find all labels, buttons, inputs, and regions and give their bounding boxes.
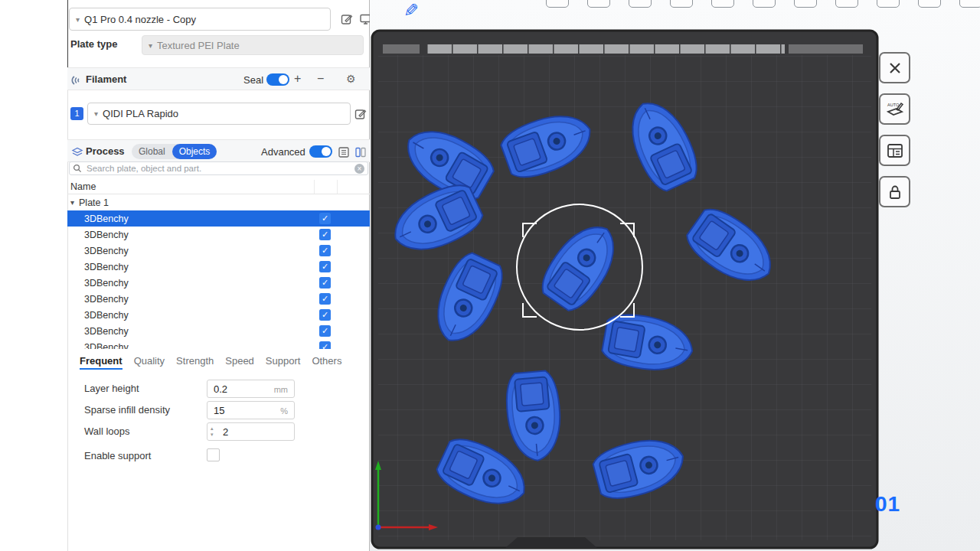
infill-label: Sparse infill density <box>84 404 170 416</box>
slicer-app: ▾ Q1 Pro 0.4 nozzle - Copy Plate type ▾ … <box>0 0 980 551</box>
wall-loops-label: Wall loops <box>84 425 129 437</box>
seal-toggle[interactable] <box>266 73 289 86</box>
plate-type-label: Plate type <box>70 38 117 50</box>
printer-name: Q1 Pro 0.4 nozzle - Copy <box>84 14 196 25</box>
filament-select[interactable]: ▾ QIDI PLA Rapido <box>87 103 351 125</box>
plate-top-strip-right <box>789 44 863 54</box>
object-row[interactable]: 3DBenchy ✓ <box>67 291 370 307</box>
object-visible-checkbox[interactable]: ✓ <box>319 245 331 256</box>
tab-quality[interactable]: Quality <box>134 355 165 370</box>
plate-handle-notch <box>505 537 597 548</box>
plate-type-value: Textured PEI Plate <box>157 40 240 51</box>
object-visible-checkbox[interactable]: ✓ <box>319 309 331 321</box>
close-icon[interactable] <box>879 52 910 83</box>
filament-settings-icon[interactable]: ⚙ <box>346 73 356 85</box>
layer-height-label: Layer height <box>84 383 139 394</box>
process-title: Process <box>86 145 125 157</box>
chevron-down-icon: ▾ <box>76 15 80 24</box>
object-name: 3DBenchy <box>84 262 129 272</box>
plate-number: 01 <box>875 492 900 517</box>
process-layers-icon <box>70 145 84 159</box>
tab-others[interactable]: Others <box>312 355 341 370</box>
search-icon <box>73 164 82 173</box>
tab-frequent[interactable]: Frequent <box>80 355 122 370</box>
search-input[interactable] <box>85 163 354 174</box>
object-name: 3DBenchy <box>84 214 129 224</box>
object-row[interactable]: 3DBenchy ✓ <box>67 243 370 259</box>
plate-type-select[interactable]: ▾ Textured PEI Plate <box>142 35 364 55</box>
tab-strength[interactable]: Strength <box>176 355 214 370</box>
object-visible-checkbox[interactable]: ✓ <box>319 341 331 349</box>
remove-filament-button[interactable]: − <box>317 71 324 86</box>
svg-text:AUTO: AUTO <box>887 103 900 107</box>
scope-switch: Global Objects <box>132 144 217 159</box>
filament-header: Filament Seal + − ⚙ <box>67 67 370 90</box>
advanced-toggle[interactable] <box>309 145 332 158</box>
process-tabs: Frequent Quality Strength Speed Support … <box>80 350 341 370</box>
plate-top-strip-left <box>383 44 420 54</box>
object-name: 3DBenchy <box>84 342 129 350</box>
object-name: 3DBenchy <box>84 326 129 337</box>
infill-input[interactable]: 15 % <box>207 401 295 419</box>
param-compare-icon[interactable] <box>354 145 368 159</box>
tree-plate-row[interactable]: ▾ Plate 1 <box>67 194 370 210</box>
object-visible-checkbox[interactable]: ✓ <box>319 213 331 224</box>
scope-objects-button[interactable]: Objects <box>172 144 217 159</box>
tree-collapse-icon[interactable]: ▾ <box>70 198 74 207</box>
enable-support-label: Enable support <box>84 450 151 461</box>
object-row[interactable]: 3DBenchy ✓ <box>67 275 370 291</box>
object-list-header: Name <box>67 180 370 194</box>
filament-name: QIDI PLA Rapido <box>103 108 178 119</box>
object-visible-checkbox[interactable]: ✓ <box>319 293 331 305</box>
object-visible-checkbox[interactable]: ✓ <box>319 277 331 289</box>
object-visible-checkbox[interactable]: ✓ <box>319 325 331 337</box>
object-name: 3DBenchy <box>84 310 129 321</box>
setting-enable-support: Enable support <box>84 447 314 465</box>
enable-support-checkbox[interactable] <box>207 448 220 461</box>
chevron-down-icon: ▾ <box>94 109 98 118</box>
seal-label: Seal <box>243 74 263 86</box>
name-column-header: Name <box>70 181 96 192</box>
filament-spool-icon <box>70 73 84 87</box>
object-row[interactable]: 3DBenchy ✓ <box>67 259 370 275</box>
search-box: × <box>69 161 368 175</box>
object-row[interactable]: 3DBenchy ✓ <box>67 227 370 243</box>
viewport-side-toolbar: AUTO <box>879 52 910 207</box>
chevron-down-icon: ▾ <box>149 41 152 50</box>
object-row[interactable]: 3DBenchy ✓ <box>67 339 370 349</box>
object-row[interactable]: 3DBenchy ✓ <box>67 210 370 227</box>
object-name: 3DBenchy <box>84 294 129 305</box>
object-visible-checkbox[interactable]: ✓ <box>319 261 331 272</box>
add-filament-button[interactable]: + <box>294 71 301 86</box>
auto-orient-icon[interactable]: AUTO <box>879 93 910 125</box>
wall-loops-stepper[interactable]: ▴▾ 2 <box>207 422 295 441</box>
object-visible-checkbox[interactable]: ✓ <box>319 229 331 240</box>
scope-global-button[interactable]: Global <box>132 144 172 159</box>
object-row[interactable]: 3DBenchy ✓ <box>67 323 370 339</box>
param-table-icon[interactable] <box>337 145 351 159</box>
lock-icon[interactable] <box>879 176 910 207</box>
plate-top-strip <box>426 44 785 54</box>
plate-settings-icon[interactable] <box>879 135 910 166</box>
stepper-arrows-icon[interactable]: ▴▾ <box>211 425 214 438</box>
filament-slot-badge: 1 <box>70 107 83 120</box>
object-name: 3DBenchy <box>84 246 129 256</box>
edit-printer-icon[interactable] <box>340 12 354 26</box>
clear-search-icon[interactable]: × <box>354 164 364 174</box>
layer-height-input[interactable]: 0.2 mm <box>207 380 295 398</box>
tab-support[interactable]: Support <box>266 355 301 370</box>
advanced-label: Advanced <box>261 146 305 158</box>
printer-select[interactable]: ▾ Q1 Pro 0.4 nozzle - Copy <box>69 8 331 31</box>
object-tree: ▾ Plate 1 3DBenchy ✓ 3DBenchy ✓ 3DBenchy… <box>67 194 370 349</box>
filament-title: Filament <box>86 73 126 85</box>
left-panel: ▾ Q1 Pro 0.4 nozzle - Copy Plate type ▾ … <box>0 0 370 551</box>
edit-filament-icon[interactable] <box>354 107 368 121</box>
setting-infill: Sparse infill density 15 % <box>84 401 314 419</box>
tab-speed[interactable]: Speed <box>225 355 254 370</box>
viewport-3d[interactable]: ✎ <box>370 0 980 551</box>
plate-node-label: Plate 1 <box>79 197 109 208</box>
setting-wall-loops: Wall loops ▴▾ 2 <box>84 422 314 441</box>
process-header: Process Global Objects Advanced <box>67 139 370 162</box>
object-row[interactable]: 3DBenchy ✓ <box>67 307 370 323</box>
setting-layer-height: Layer height 0.2 mm <box>84 380 314 398</box>
